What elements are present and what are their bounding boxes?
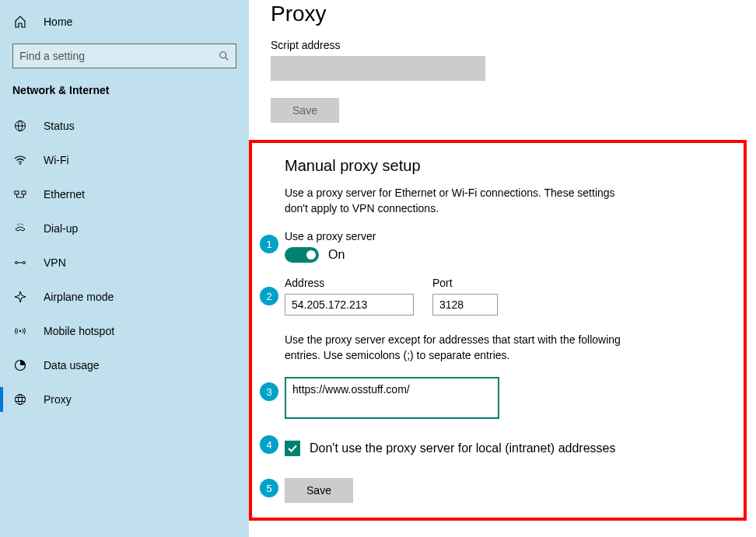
airplane-icon [12, 291, 28, 303]
section-title: Network & Internet [0, 79, 249, 109]
svg-point-12 [19, 223, 20, 224]
sidebar-item-label: Status [44, 120, 75, 132]
use-proxy-label: Use a proxy server [285, 230, 728, 242]
highlight-region: 1 2 3 4 5 Manual proxy setup Use a proxy… [249, 140, 747, 521]
svg-line-1 [226, 58, 229, 61]
sidebar-item-label: Wi-Fi [44, 154, 69, 166]
use-proxy-toggle[interactable] [285, 247, 319, 263]
main-pane: Proxy Script address Save 1 2 3 4 5 Manu… [249, 0, 756, 537]
svg-point-13 [22, 224, 23, 225]
sidebar-item-label: Ethernet [44, 188, 85, 201]
status-icon [12, 120, 28, 132]
sidebar-item-label: Mobile hotspot [44, 325, 114, 337]
port-input[interactable] [432, 294, 498, 316]
toggle-knob [306, 250, 316, 260]
local-checkbox-label: Don't use the proxy server for local (in… [310, 441, 615, 455]
svg-point-11 [17, 224, 18, 225]
manual-setup-desc: Use a proxy server for Ethernet or Wi-Fi… [285, 186, 635, 216]
script-address-label: Script address [271, 39, 756, 51]
step-badge-3: 3 [260, 382, 278, 401]
hotspot-icon [12, 325, 28, 337]
address-label: Address [285, 277, 414, 289]
sidebar-item-label: VPN [44, 256, 66, 269]
datausage-icon [12, 359, 28, 371]
vpn-icon [12, 256, 28, 269]
check-icon [287, 443, 298, 454]
svg-point-20 [19, 395, 23, 405]
svg-point-15 [23, 262, 26, 264]
sidebar-item-dialup[interactable]: Dial-up [0, 211, 249, 246]
manual-setup-title: Manual proxy setup [285, 157, 728, 175]
search-box[interactable] [12, 44, 236, 68]
svg-point-5 [19, 163, 21, 165]
svg-point-14 [16, 262, 18, 264]
sidebar: Home Network & Internet Status Wi-Fi Eth… [0, 0, 249, 537]
save-button-bottom[interactable]: Save [285, 478, 353, 503]
proxy-icon [12, 393, 28, 406]
sidebar-item-label: Airplane mode [44, 291, 114, 303]
sidebar-item-proxy[interactable]: Proxy [0, 382, 249, 417]
svg-point-19 [16, 395, 26, 405]
dialup-icon [12, 222, 28, 235]
local-checkbox[interactable] [285, 441, 300, 456]
sidebar-item-hotspot[interactable]: Mobile hotspot [0, 314, 249, 348]
sidebar-item-ethernet[interactable]: Ethernet [0, 177, 249, 211]
search-icon [219, 51, 229, 61]
step-badge-1: 1 [260, 235, 278, 253]
sidebar-item-wifi[interactable]: Wi-Fi [0, 143, 249, 177]
svg-point-17 [19, 330, 21, 332]
script-address-input[interactable] [271, 56, 485, 81]
exceptions-input[interactable] [285, 377, 499, 419]
home-label: Home [44, 16, 72, 28]
search-input[interactable] [19, 50, 219, 62]
sidebar-item-label: Data usage [44, 359, 100, 371]
sidebar-item-vpn[interactable]: VPN [0, 246, 249, 280]
address-input[interactable] [285, 294, 414, 316]
toggle-state-label: On [328, 248, 345, 262]
sidebar-item-status[interactable]: Status [0, 109, 249, 143]
wifi-icon [12, 154, 28, 166]
exceptions-desc: Use the proxy server except for addresse… [285, 333, 635, 363]
port-label: Port [432, 277, 498, 289]
sidebar-item-label: Dial-up [44, 222, 78, 235]
home-nav[interactable]: Home [0, 6, 249, 37]
step-badge-2: 2 [260, 287, 278, 305]
svg-rect-7 [22, 191, 26, 194]
ethernet-icon [12, 188, 28, 201]
step-badge-4: 4 [260, 435, 278, 454]
step-badge-5: 5 [260, 479, 278, 497]
svg-point-0 [220, 52, 226, 58]
home-icon [12, 16, 28, 28]
svg-rect-6 [15, 191, 19, 194]
sidebar-item-datausage[interactable]: Data usage [0, 348, 249, 382]
page-title: Proxy [271, 2, 756, 26]
sidebar-item-label: Proxy [44, 393, 72, 406]
sidebar-item-airplane[interactable]: Airplane mode [0, 280, 249, 314]
save-button-top[interactable]: Save [271, 98, 339, 123]
